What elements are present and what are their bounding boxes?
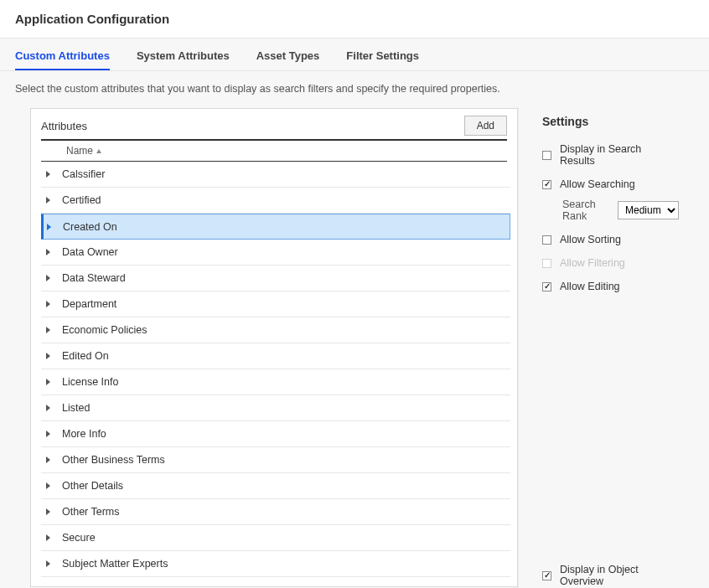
row-label: Edited On bbox=[62, 350, 109, 362]
checkbox-icon[interactable] bbox=[542, 571, 551, 580]
setting-label: Display in Search Results bbox=[560, 143, 679, 167]
table-row[interactable]: Edited On bbox=[41, 343, 510, 369]
chevron-right-icon bbox=[46, 508, 50, 515]
chevron-right-icon bbox=[46, 534, 50, 541]
table-row[interactable]: Created On bbox=[41, 214, 510, 240]
table-row[interactable]: Data Steward bbox=[41, 266, 510, 291]
row-label: Subject Matter Experts bbox=[62, 558, 168, 570]
table-row[interactable]: Other Terms bbox=[41, 499, 510, 525]
chevron-right-icon bbox=[46, 275, 50, 281]
row-label: Certified bbox=[62, 194, 101, 206]
setting-search-rank: Search Rank Low Medium High bbox=[562, 199, 679, 222]
table-row[interactable]: Listed bbox=[41, 395, 510, 421]
checkbox-icon[interactable] bbox=[542, 180, 551, 189]
chevron-right-icon bbox=[46, 560, 50, 567]
table-row[interactable]: Economic Policies bbox=[41, 317, 510, 343]
row-label: License Info bbox=[62, 376, 118, 388]
checkbox-icon bbox=[542, 259, 551, 268]
checkbox-icon[interactable] bbox=[542, 151, 551, 160]
subhead-text: Select the custom attributes that you wa… bbox=[15, 83, 500, 95]
row-label: Department bbox=[62, 298, 116, 310]
setting-label: Allow Searching bbox=[560, 178, 635, 190]
checkbox-icon[interactable] bbox=[542, 282, 551, 291]
row-label: Calssifier bbox=[62, 168, 105, 180]
settings-title: Settings bbox=[542, 115, 679, 128]
table-row[interactable]: Subject Matter Experts bbox=[41, 551, 510, 577]
row-label: Other Business Terms bbox=[62, 454, 165, 466]
row-label: Data Steward bbox=[62, 272, 126, 284]
row-label: Listed bbox=[62, 402, 90, 414]
tab-asset-types[interactable]: Asset Types bbox=[256, 41, 320, 70]
column-header-name[interactable]: Name bbox=[41, 139, 507, 162]
page-title: Application Configuration bbox=[15, 12, 694, 26]
row-label: More Info bbox=[62, 428, 106, 440]
attributes-panel: Attributes Add Name Calssifier Certified… bbox=[30, 108, 518, 587]
setting-allow-searching[interactable]: Allow Searching bbox=[542, 178, 679, 190]
row-label: Economic Policies bbox=[62, 324, 147, 336]
chevron-right-icon bbox=[46, 353, 50, 359]
column-header-label: Name bbox=[66, 145, 93, 157]
chevron-right-icon bbox=[46, 249, 50, 255]
chevron-right-icon bbox=[46, 456, 50, 463]
setting-allow-editing[interactable]: Allow Editing bbox=[542, 281, 679, 292]
table-row[interactable]: Calssifier bbox=[41, 162, 510, 188]
checkbox-icon[interactable] bbox=[542, 235, 551, 245]
tabs-bar: Custom Attributes System Attributes Asse… bbox=[0, 38, 709, 71]
attributes-list[interactable]: Calssifier Certified Created On Data Own… bbox=[41, 162, 514, 580]
search-rank-select[interactable]: Low Medium High bbox=[618, 201, 679, 219]
chevron-right-icon bbox=[46, 171, 50, 178]
chevron-right-icon bbox=[46, 379, 50, 385]
row-label: Other Details bbox=[62, 480, 123, 492]
table-row[interactable]: Other Business Terms bbox=[41, 447, 510, 473]
chevron-right-icon bbox=[46, 431, 50, 437]
row-label: Data Owner bbox=[62, 246, 118, 258]
setting-display-in-object-overview[interactable]: Display in Object Overview bbox=[542, 564, 679, 587]
tab-custom-attributes[interactable]: Custom Attributes bbox=[15, 41, 110, 70]
chevron-right-icon bbox=[46, 327, 50, 333]
setting-display-in-search[interactable]: Display in Search Results bbox=[542, 143, 679, 167]
tab-filter-settings[interactable]: Filter Settings bbox=[346, 41, 419, 70]
attributes-title: Attributes bbox=[41, 120, 87, 132]
table-row[interactable]: License Info bbox=[41, 369, 510, 395]
setting-label: Allow Editing bbox=[560, 281, 620, 292]
row-label: Secure bbox=[62, 532, 96, 544]
chevron-right-icon bbox=[47, 224, 51, 230]
chevron-right-icon bbox=[46, 405, 50, 411]
setting-label: Allow Sorting bbox=[560, 234, 621, 245]
chevron-right-icon bbox=[46, 197, 50, 204]
table-row[interactable]: More Info bbox=[41, 421, 510, 447]
table-row[interactable]: Other Details bbox=[41, 473, 510, 499]
add-button[interactable]: Add bbox=[464, 116, 507, 136]
table-row[interactable]: Data Owner bbox=[41, 240, 510, 266]
chevron-right-icon bbox=[46, 482, 50, 489]
setting-allow-filtering: Allow Filtering bbox=[542, 257, 679, 269]
setting-label: Allow Filtering bbox=[560, 257, 625, 269]
table-row[interactable]: Certified bbox=[41, 188, 510, 214]
row-label: Created On bbox=[63, 221, 117, 233]
setting-allow-sorting[interactable]: Allow Sorting bbox=[542, 234, 679, 245]
chevron-right-icon bbox=[46, 301, 50, 307]
settings-panel: Settings Display in Search Results Allow… bbox=[518, 106, 694, 588]
sort-asc-icon bbox=[96, 149, 101, 153]
search-rank-label: Search Rank bbox=[562, 199, 609, 222]
row-label: Other Terms bbox=[62, 506, 120, 518]
setting-label: Display in Object Overview bbox=[560, 564, 679, 587]
tab-system-attributes[interactable]: System Attributes bbox=[137, 41, 230, 70]
table-row[interactable]: Department bbox=[41, 291, 510, 317]
table-row[interactable]: Secure bbox=[41, 525, 510, 551]
